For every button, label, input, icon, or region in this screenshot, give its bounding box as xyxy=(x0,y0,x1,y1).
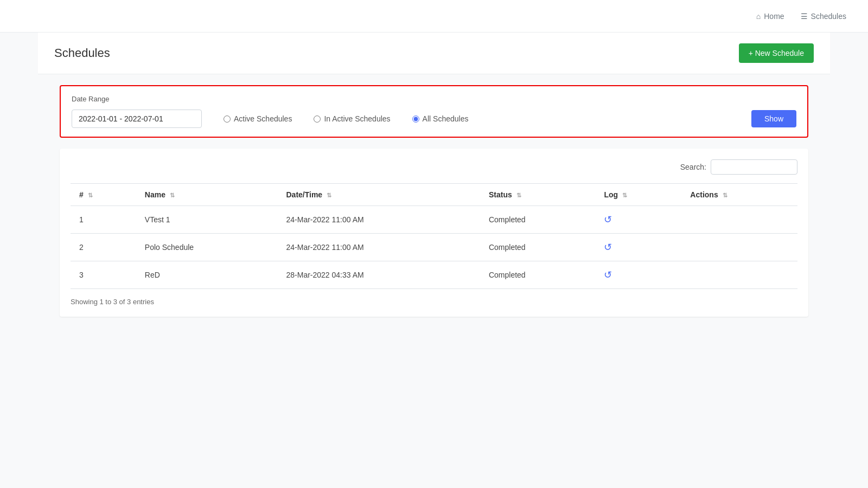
nav-home-label: Home xyxy=(764,12,784,21)
table-toolbar: Search: xyxy=(71,159,797,175)
cell-datetime: 24-Mar-2022 11:00 AM xyxy=(278,206,480,234)
radio-all-label: All Schedules xyxy=(423,114,469,123)
page-wrapper: Schedules + New Schedule Date Range Acti… xyxy=(38,33,830,338)
filter-box: Date Range Active Schedules In Active Sc… xyxy=(60,85,808,138)
cell-id: 2 xyxy=(71,234,136,261)
col-header-datetime[interactable]: Date/Time ⇅ xyxy=(278,184,480,206)
schedules-icon: ☰ xyxy=(801,12,808,21)
page-title: Schedules xyxy=(54,46,110,60)
cell-log[interactable]: ↺ xyxy=(595,261,681,289)
cell-log[interactable]: ↺ xyxy=(595,206,681,234)
col-header-name[interactable]: Name ⇅ xyxy=(136,184,278,206)
filter-label: Date Range xyxy=(72,95,796,103)
log-icon[interactable]: ↺ xyxy=(604,214,612,225)
radio-inactive-schedules[interactable]: In Active Schedules xyxy=(314,114,390,123)
log-icon[interactable]: ↺ xyxy=(604,242,612,253)
cell-id: 1 xyxy=(71,206,136,234)
page-header: Schedules + New Schedule xyxy=(38,33,830,74)
col-header-id[interactable]: # ⇅ xyxy=(71,184,136,206)
col-header-actions[interactable]: Actions ⇅ xyxy=(681,184,797,206)
sort-icon-name: ⇅ xyxy=(170,192,175,199)
content-area: Date Range Active Schedules In Active Sc… xyxy=(38,85,830,338)
radio-active-schedules[interactable]: Active Schedules xyxy=(224,114,292,123)
radio-all-input[interactable] xyxy=(412,115,419,123)
table-header-row: # ⇅ Name ⇅ Date/Time ⇅ Status ⇅ Log ⇅ xyxy=(71,184,797,206)
date-range-input[interactable] xyxy=(72,110,202,128)
sort-icon-actions: ⇅ xyxy=(723,192,727,199)
table-row: 1 VTest 1 24-Mar-2022 11:00 AM Completed… xyxy=(71,206,797,234)
nav-schedules[interactable]: ☰ Schedules xyxy=(801,12,846,21)
search-label: Search: xyxy=(680,163,706,171)
nav-home[interactable]: ⌂ Home xyxy=(756,12,784,21)
col-header-log[interactable]: Log ⇅ xyxy=(595,184,681,206)
sort-icon-status: ⇅ xyxy=(516,192,521,199)
table-row: 3 ReD 28-Mar-2022 04:33 AM Completed ↺ xyxy=(71,261,797,289)
showing-text: Showing 1 to 3 of 3 entries xyxy=(71,298,797,306)
cell-actions xyxy=(681,206,797,234)
radio-active-input[interactable] xyxy=(224,115,231,123)
cell-actions xyxy=(681,261,797,289)
cell-status: Completed xyxy=(480,206,596,234)
home-icon: ⌂ xyxy=(756,12,761,21)
sort-icon-datetime: ⇅ xyxy=(327,192,331,199)
radio-inactive-label: In Active Schedules xyxy=(324,114,390,123)
table-section: Search: # ⇅ Name ⇅ Date/Time ⇅ xyxy=(60,149,808,317)
table-row: 2 Polo Schedule 24-Mar-2022 11:00 AM Com… xyxy=(71,234,797,261)
search-input[interactable] xyxy=(711,159,797,175)
cell-name: ReD xyxy=(136,261,278,289)
cell-id: 3 xyxy=(71,261,136,289)
radio-all-schedules[interactable]: All Schedules xyxy=(412,114,469,123)
sort-icon-log: ⇅ xyxy=(622,192,627,199)
cell-status: Completed xyxy=(480,234,596,261)
sort-icon-id: ⇅ xyxy=(88,192,93,199)
filter-row: Active Schedules In Active Schedules All… xyxy=(72,110,796,128)
cell-actions xyxy=(681,234,797,261)
cell-name: Polo Schedule xyxy=(136,234,278,261)
cell-datetime: 28-Mar-2022 04:33 AM xyxy=(278,261,480,289)
cell-datetime: 24-Mar-2022 11:00 AM xyxy=(278,234,480,261)
show-button[interactable]: Show xyxy=(751,110,796,127)
col-header-status[interactable]: Status ⇅ xyxy=(480,184,596,206)
cell-log[interactable]: ↺ xyxy=(595,234,681,261)
new-schedule-button[interactable]: + New Schedule xyxy=(739,43,814,63)
radio-active-label: Active Schedules xyxy=(234,114,292,123)
nav-links: ⌂ Home ☰ Schedules xyxy=(756,12,846,21)
top-navigation: ⌂ Home ☰ Schedules xyxy=(0,0,868,33)
nav-schedules-label: Schedules xyxy=(811,12,846,21)
log-icon[interactable]: ↺ xyxy=(604,269,612,280)
radio-inactive-input[interactable] xyxy=(314,115,321,123)
cell-status: Completed xyxy=(480,261,596,289)
cell-name: VTest 1 xyxy=(136,206,278,234)
schedules-table: # ⇅ Name ⇅ Date/Time ⇅ Status ⇅ Log ⇅ xyxy=(71,183,797,289)
